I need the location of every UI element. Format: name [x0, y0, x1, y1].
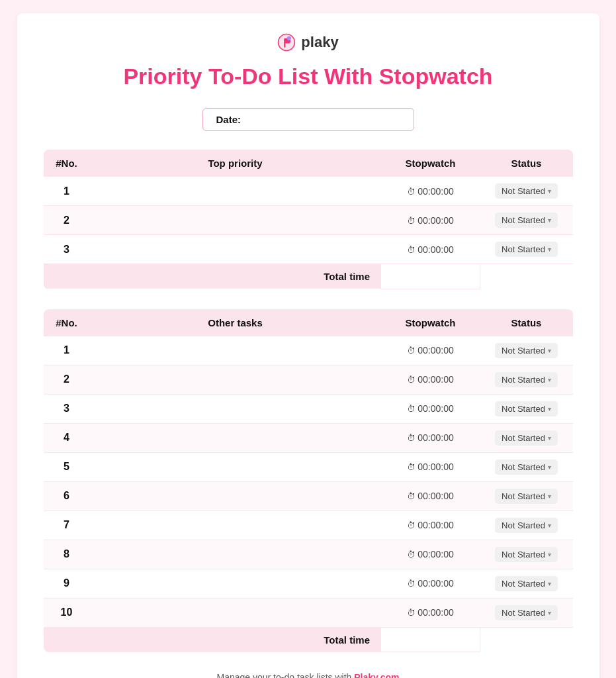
- date-label: Date:: [216, 114, 242, 125]
- status-cell: Not Started ▾: [480, 481, 573, 510]
- task-input-cell[interactable]: [90, 598, 381, 627]
- row-num: 3: [44, 394, 90, 423]
- task-input-cell[interactable]: [90, 510, 381, 540]
- top-total-label: Total time: [44, 264, 381, 289]
- table-row: 7 ⏱00:00:00 Not Started ▾: [44, 510, 573, 540]
- row-num: 6: [44, 481, 90, 510]
- footer-text: Manage your to-do task lists with: [217, 672, 355, 678]
- row-num: 7: [44, 510, 90, 540]
- status-cell: Not Started ▾: [480, 177, 573, 206]
- stopwatch-cell: ⏱00:00:00: [381, 452, 480, 481]
- row-num: 5: [44, 452, 90, 481]
- stopwatch-cell: ⏱00:00:00: [381, 569, 480, 598]
- status-badge[interactable]: Not Started ▾: [495, 489, 558, 504]
- task-input-cell[interactable]: [90, 423, 381, 452]
- dropdown-arrow-icon: ▾: [548, 551, 551, 558]
- dropdown-arrow-icon: ▾: [548, 522, 551, 529]
- top-priority-header-row: #No. Top priority Stopwatch Status: [44, 150, 573, 177]
- row-num: 2: [44, 206, 90, 235]
- table-row: 2 ⏱00:00:00 Not Started ▾: [44, 365, 573, 394]
- status-cell: Not Started ▾: [480, 365, 573, 394]
- stopwatch-cell: ⏱00:00:00: [381, 394, 480, 423]
- task-input-cell[interactable]: [90, 365, 381, 394]
- clock-icon: ⏱: [407, 491, 416, 501]
- table-row: 10 ⏱00:00:00 Not Started ▾: [44, 598, 573, 627]
- other-total-label: Total time: [44, 627, 381, 652]
- col-header-num-top: #No.: [44, 150, 90, 177]
- clock-icon: ⏱: [407, 608, 416, 618]
- status-badge[interactable]: Not Started ▾: [495, 372, 558, 387]
- table-row: 1 ⏱00:00:00 Not Started ▾: [44, 177, 573, 206]
- task-input-cell[interactable]: [90, 394, 381, 423]
- footer-note: Manage your to-do task lists with Plaky.…: [44, 672, 573, 678]
- stopwatch-cell: ⏱00:00:00: [381, 423, 480, 452]
- status-cell: Not Started ▾: [480, 452, 573, 481]
- table-row: 4 ⏱00:00:00 Not Started ▾: [44, 423, 573, 452]
- row-num: 4: [44, 423, 90, 452]
- task-input-cell[interactable]: [90, 452, 381, 481]
- top-priority-section: #No. Top priority Stopwatch Status 1 ⏱00…: [44, 150, 573, 289]
- task-input-cell[interactable]: [90, 235, 381, 264]
- footer-link[interactable]: Plaky.com: [354, 672, 399, 678]
- clock-icon: ⏱: [407, 245, 416, 255]
- stopwatch-cell: ⏱00:00:00: [381, 598, 480, 627]
- row-num: 1: [44, 336, 90, 365]
- dropdown-arrow-icon: ▾: [548, 187, 551, 195]
- status-cell: Not Started ▾: [480, 569, 573, 598]
- status-badge[interactable]: Not Started ▾: [495, 213, 558, 228]
- dropdown-arrow-icon: ▾: [548, 463, 551, 471]
- status-badge[interactable]: Not Started ▾: [495, 430, 558, 446]
- status-badge[interactable]: Not Started ▾: [495, 518, 558, 533]
- clock-icon: ⏱: [407, 187, 416, 197]
- task-input-cell[interactable]: [90, 206, 381, 235]
- other-tasks-header-row: #No. Other tasks Stopwatch Status: [44, 309, 573, 336]
- task-input-cell[interactable]: [90, 569, 381, 598]
- status-badge[interactable]: Not Started ▾: [495, 605, 558, 620]
- page-container: plaky Priority To-Do List With Stopwatch…: [17, 13, 599, 678]
- table-row: 6 ⏱00:00:00 Not Started ▾: [44, 481, 573, 510]
- row-num: 9: [44, 569, 90, 598]
- status-badge[interactable]: Not Started ▾: [495, 401, 558, 416]
- task-input-cell[interactable]: [90, 177, 381, 206]
- row-num: 10: [44, 598, 90, 627]
- status-badge[interactable]: Not Started ▾: [495, 460, 558, 475]
- status-cell: Not Started ▾: [480, 235, 573, 264]
- status-badge[interactable]: Not Started ▾: [495, 547, 558, 562]
- top-priority-total-row: Total time: [44, 264, 573, 289]
- clock-icon: ⏱: [407, 346, 416, 356]
- col-header-stopwatch-top: Stopwatch: [381, 150, 480, 177]
- clock-icon: ⏱: [407, 520, 416, 530]
- dropdown-arrow-icon: ▾: [548, 376, 551, 383]
- table-row: 3 ⏱00:00:00 Not Started ▾: [44, 235, 573, 264]
- status-cell: Not Started ▾: [480, 423, 573, 452]
- status-badge[interactable]: Not Started ▾: [495, 343, 558, 358]
- table-row: 2 ⏱00:00:00 Not Started ▾: [44, 206, 573, 235]
- col-header-stopwatch-other: Stopwatch: [381, 309, 480, 336]
- stopwatch-cell: ⏱00:00:00: [381, 510, 480, 540]
- status-badge[interactable]: Not Started ▾: [495, 576, 558, 591]
- table-row: 9 ⏱00:00:00 Not Started ▾: [44, 569, 573, 598]
- top-priority-table: #No. Top priority Stopwatch Status 1 ⏱00…: [44, 150, 573, 289]
- clock-icon: ⏱: [407, 404, 416, 414]
- stopwatch-cell: ⏱00:00:00: [381, 235, 480, 264]
- dropdown-arrow-icon: ▾: [548, 405, 551, 412]
- dropdown-arrow-icon: ▾: [548, 580, 551, 587]
- task-input-cell[interactable]: [90, 540, 381, 569]
- clock-icon: ⏱: [407, 462, 416, 472]
- table-row: 3 ⏱00:00:00 Not Started ▾: [44, 394, 573, 423]
- page-title: Priority To-Do List With Stopwatch: [44, 64, 573, 89]
- task-input-cell[interactable]: [90, 336, 381, 365]
- col-header-status-top: Status: [480, 150, 573, 177]
- clock-icon: ⏱: [407, 550, 416, 559]
- row-num: 8: [44, 540, 90, 569]
- logo-text: plaky: [301, 34, 338, 51]
- task-input-cell[interactable]: [90, 481, 381, 510]
- stopwatch-cell: ⏱00:00:00: [381, 540, 480, 569]
- date-row: Date:: [44, 108, 573, 131]
- status-cell: Not Started ▾: [480, 598, 573, 627]
- status-badge[interactable]: Not Started ▾: [495, 242, 558, 257]
- table-row: 1 ⏱00:00:00 Not Started ▾: [44, 336, 573, 365]
- clock-icon: ⏱: [407, 433, 416, 443]
- status-badge[interactable]: Not Started ▾: [495, 183, 558, 199]
- logo-area: plaky: [44, 33, 573, 52]
